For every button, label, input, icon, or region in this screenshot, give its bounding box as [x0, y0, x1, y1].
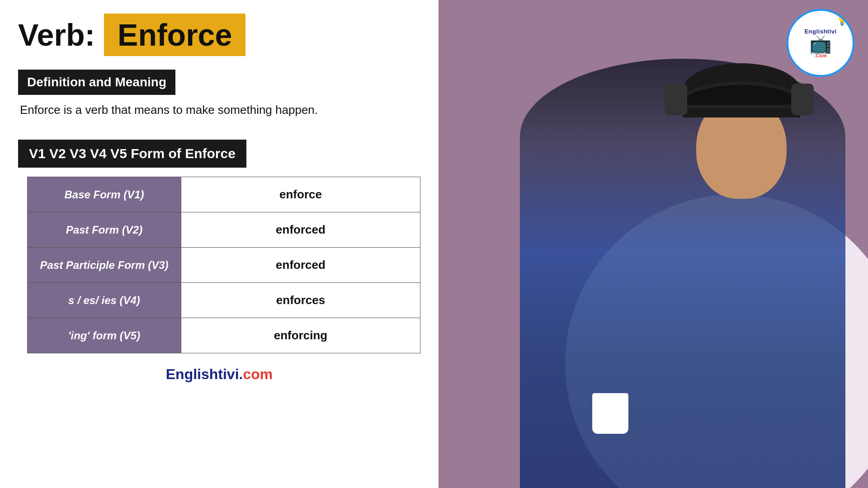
logo-tv-icon: 📺 — [804, 35, 836, 53]
logo-inner: Englishtivi 📺 .Com — [804, 28, 836, 58]
form-value-2: enforced — [181, 248, 420, 283]
form-label-4: 'ing' form (V5) — [28, 318, 181, 353]
logo-bulb-icon: 💡 — [836, 14, 848, 26]
logo-circle: Englishtivi 📺 .Com 💡 — [787, 9, 854, 77]
form-label-1: Past Form (V2) — [28, 212, 181, 248]
table-row: Base Form (V1)enforce — [28, 177, 420, 212]
headphone-left-cup — [791, 84, 814, 115]
title-row: Verb: Enforce — [18, 14, 420, 56]
forms-section-header: V1 V2 V3 V4 V5 Form of Enforce — [18, 140, 246, 168]
definition-body: Enforce is a verb that means to make som… — [20, 103, 420, 117]
form-label-3: s / es/ ies (V4) — [28, 283, 181, 318]
footer-brand: Englishtivi.com — [18, 366, 420, 383]
form-value-0: enforce — [181, 177, 420, 212]
verb-forms-table: Base Form (V1)enforcePast Form (V2)enfor… — [27, 177, 420, 353]
headphone-right-cup — [665, 84, 687, 115]
table-row: 'ing' form (V5)enforcing — [28, 318, 420, 353]
person-container — [461, 36, 868, 488]
table-row: Past Form (V2)enforced — [28, 212, 420, 248]
footer-brand-blue: Englishtivi — [166, 366, 239, 382]
verb-word: Enforce — [104, 14, 245, 56]
left-panel: Verb: Enforce Definition and Meaning Enf… — [0, 0, 439, 488]
footer-brand-red: com — [243, 366, 273, 382]
table-row: Past Participle Form (V3)enforced — [28, 248, 420, 283]
right-panel: Englishtivi 📺 .Com 💡 — [439, 0, 868, 488]
person-body-silhouette — [520, 59, 845, 488]
form-label-2: Past Participle Form (V3) — [28, 248, 181, 283]
form-label-0: Base Form (V1) — [28, 177, 181, 212]
definition-header-wrapper: Definition and Meaning — [18, 70, 420, 103]
verb-prefix: Verb: — [18, 17, 95, 52]
form-value-1: enforced — [181, 212, 420, 248]
definition-section-header: Definition and Meaning — [18, 70, 175, 95]
form-value-4: enforcing — [181, 318, 420, 353]
forms-header-wrapper: V1 V2 V3 V4 V5 Form of Enforce — [18, 140, 420, 177]
table-row: s / es/ ies (V4)enforces — [28, 283, 420, 318]
form-value-3: enforces — [181, 283, 420, 318]
coffee-cup — [592, 393, 628, 434]
